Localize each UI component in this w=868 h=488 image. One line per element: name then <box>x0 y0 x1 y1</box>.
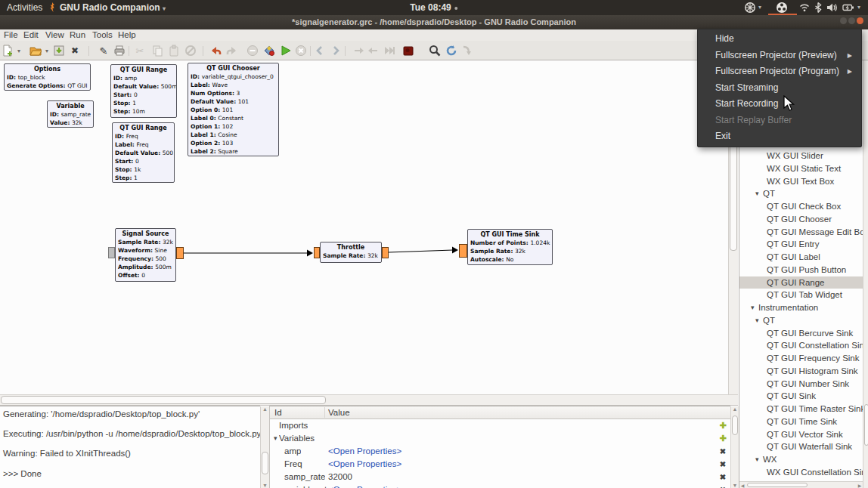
variable-row-Imports[interactable]: Imports✚ <box>270 419 730 432</box>
tree-item-qt-gui-histogram-sink[interactable]: QT GUI Histogram Sink <box>739 365 863 378</box>
variables-header[interactable]: Id Value <box>270 406 730 419</box>
tree-item-qt[interactable]: ▾QT <box>739 314 863 327</box>
back-icon[interactable] <box>313 44 327 57</box>
forward-icon[interactable] <box>329 44 343 57</box>
undo-icon[interactable] <box>209 44 223 57</box>
expander-icon[interactable]: ▾ <box>274 432 277 445</box>
kill-icon[interactable] <box>294 44 308 57</box>
block-qtgui-range-amp[interactable]: QT GUI RangeID: ampDefault Value: 500mSt… <box>110 64 177 118</box>
column-value[interactable]: Value <box>328 406 350 419</box>
add-icon[interactable]: ✚ <box>718 432 727 445</box>
menu-help[interactable]: Help <box>118 29 136 41</box>
tree-item-wx-gui-static-text[interactable]: WX GUI Static Text <box>739 162 863 175</box>
stream-port[interactable] <box>459 244 467 258</box>
window-close-button[interactable] <box>857 17 863 24</box>
obs-menu-hide[interactable]: Hide <box>698 31 861 48</box>
screen-record-indicator-icon[interactable] <box>744 2 756 14</box>
console-scrollbar-thumb[interactable] <box>262 452 268 474</box>
volume-icon[interactable] <box>826 2 838 14</box>
reload-a-icon[interactable] <box>352 44 366 57</box>
copy-icon[interactable] <box>150 44 164 57</box>
obs-menu-exit[interactable]: Exit <box>698 128 861 145</box>
tree-item-qt-gui-time-raster-sink[interactable]: QT GUI Time Raster Sink <box>739 403 863 415</box>
execute-icon[interactable] <box>279 44 293 57</box>
variable-value[interactable]: <Open Properties> <box>328 458 401 471</box>
tree-item-wx-gui-slider[interactable]: WX GUI Slider <box>739 150 863 162</box>
menu-run[interactable]: Run <box>70 29 85 41</box>
paste-icon[interactable] <box>167 44 181 57</box>
clock[interactable]: Tue 08:49 <box>410 0 457 15</box>
save-icon[interactable] <box>52 44 66 57</box>
tree-item-qt-gui-waterfall-sink[interactable]: QT GUI Waterfall Sink <box>739 440 863 453</box>
tree-item-qt-gui-time-sink[interactable]: QT GUI Time Sink <box>739 415 863 428</box>
errors-icon[interactable] <box>246 44 259 57</box>
flowgraph-canvas[interactable]: OptionsID: top_blockGenerate Options: QT… <box>0 60 728 394</box>
snippet-icon[interactable] <box>460 44 473 57</box>
record-icon[interactable] <box>401 44 415 57</box>
delete-icon[interactable]: ✖ <box>718 458 727 471</box>
column-id[interactable]: Id <box>274 406 282 419</box>
tree-item-qt-gui-label[interactable]: QT GUI Label <box>739 251 863 264</box>
obs-menu-start-recording[interactable]: Start Recording <box>698 96 861 113</box>
variable-row-variable_qtgui_chooser_0[interactable]: variable_qtgui_chooser_0<Open Properties… <box>270 483 730 488</box>
block-options[interactable]: OptionsID: top_blockGenerate Options: QT… <box>4 63 91 91</box>
cut-icon[interactable]: ✂ <box>133 44 147 57</box>
message-port[interactable] <box>108 247 115 258</box>
variable-row-amp[interactable]: amp<Open Properties>✖ <box>270 445 730 458</box>
block-variable[interactable]: VariableID: samp_rateValue: 32k <box>47 100 94 128</box>
menu-edit[interactable]: Edit <box>23 29 39 41</box>
variables-scrollbar[interactable]: ▲ ▼ <box>730 406 739 488</box>
block-qtgui-chooser[interactable]: QT GUI ChooserID: variable_qtgui_chooser… <box>188 63 279 156</box>
variable-value[interactable]: <Open Properties> <box>328 483 401 488</box>
tree-item-qt-gui-chooser[interactable]: QT GUI Chooser <box>739 213 863 226</box>
variable-value[interactable]: <Open Properties> <box>328 445 401 458</box>
print-icon[interactable] <box>113 44 126 57</box>
menu-tools[interactable]: Tools <box>92 29 113 41</box>
battery-icon[interactable] <box>842 2 854 14</box>
delete-icon[interactable]: ✖ <box>718 483 727 488</box>
variable-row-Variables[interactable]: ▾Variables✚ <box>270 432 730 445</box>
library-vscrollbar-thumb[interactable] <box>864 404 868 446</box>
block-signal-source[interactable]: Signal SourceSample Rate: 32kWaveform: S… <box>115 228 176 282</box>
menu-file[interactable]: File <box>4 29 18 41</box>
tree-item-wx-gui-text-box[interactable]: WX GUI Text Box <box>739 175 863 188</box>
stream-port[interactable] <box>314 247 320 258</box>
window-titlebar[interactable]: *signalgenerator.grc - /home/dspradio/De… <box>0 15 868 29</box>
canvas-hscrollbar[interactable] <box>0 394 738 406</box>
block-throttle[interactable]: ThrottleSample Rate: 32k <box>320 242 382 263</box>
stream-port[interactable] <box>382 247 389 258</box>
console-scrollbar[interactable]: ▲ ▼ <box>260 406 269 488</box>
block-qtgui-range-freq[interactable]: QT GUI RangeID: FreqLabel: FreqDefault V… <box>112 122 175 183</box>
tree-item-instrumentation[interactable]: ▾Instrumentation <box>739 301 863 314</box>
tree-item-qt-gui-check-box[interactable]: QT GUI Check Box <box>739 200 863 213</box>
obs-menu-start-streaming[interactable]: Start Streaming <box>698 80 861 97</box>
tree-item-qt-gui-frequency-sink[interactable]: QT GUI Frequency Sink <box>739 352 863 365</box>
wifi-icon[interactable] <box>798 2 811 14</box>
variables-scrollbar-thumb[interactable] <box>732 415 738 435</box>
new-dropdown[interactable]: ▾ <box>12 44 26 57</box>
activities-button[interactable]: Activities <box>7 0 42 15</box>
tree-item-qt-gui-range[interactable]: QT GUI Range <box>739 276 863 289</box>
tree-item-qt[interactable]: ▾QT <box>739 187 863 200</box>
tree-item-qt-gui-entry[interactable]: QT GUI Entry <box>739 238 863 251</box>
tree-item-wx[interactable]: ▾WX <box>739 453 863 466</box>
tree-item-qt-gui-vector-sink[interactable]: QT GUI Vector Sink <box>739 428 863 441</box>
tree-item-qt-gui-push-button[interactable]: QT GUI Push Button <box>739 264 863 276</box>
tree-item-qt-gui-bercurve-sink[interactable]: QT GUI Bercurve Sink <box>739 327 863 340</box>
tree-item-qt-gui-tab-widget[interactable]: QT GUI Tab Widget <box>739 289 863 301</box>
block-qtgui-time-sink[interactable]: QT GUI Time SinkNumber of Points: 1.024k… <box>467 229 553 265</box>
tree-item-wx-gui-constellation-sink[interactable]: WX GUI Constellation Sink <box>739 466 863 479</box>
window-minimize-button[interactable] <box>840 17 847 24</box>
obs-tray-icon[interactable] <box>776 2 788 14</box>
delete-icon[interactable] <box>184 44 197 57</box>
library-hscrollbar-thumb[interactable] <box>747 483 808 487</box>
library-hscrollbar[interactable]: ◀ ▶ <box>739 481 863 488</box>
delete-icon[interactable]: ✖ <box>718 471 727 483</box>
tree-item-qt-gui-message-edit-box[interactable]: QT GUI Message Edit Box <box>739 226 863 239</box>
skip-icon[interactable] <box>383 44 396 57</box>
edit-icon[interactable]: ✎ <box>97 44 110 57</box>
variable-row-Freq[interactable]: Freq<Open Properties>✖ <box>270 458 730 471</box>
obs-menu-fullscreen-projector-program-[interactable]: Fullscreen Projector (Program)▶ <box>698 63 861 80</box>
find-block-icon[interactable] <box>428 44 442 57</box>
close-icon[interactable]: ✖ <box>68 44 82 57</box>
